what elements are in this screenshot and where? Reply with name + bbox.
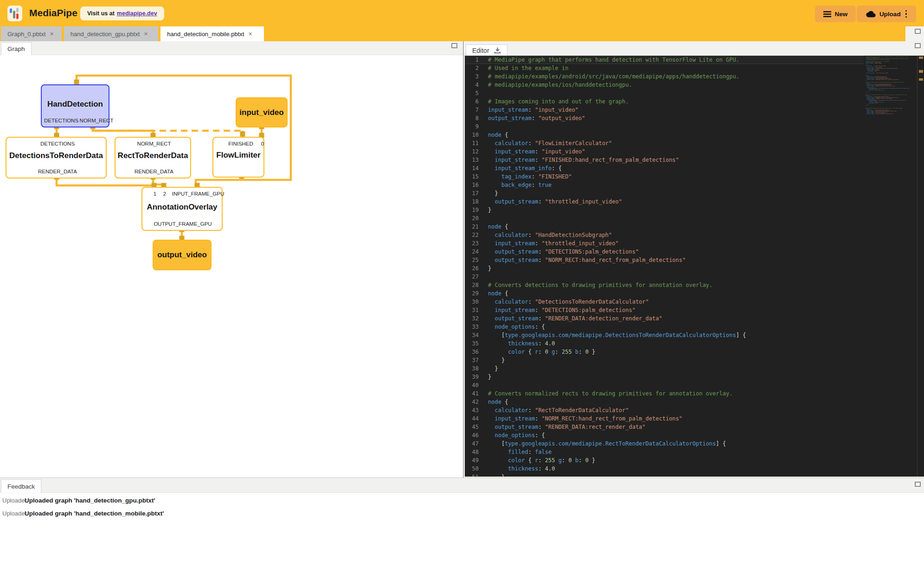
node-input-port: DETECTIONS [40, 141, 75, 146]
code-line-4: 4# mediapipie/examples/ios/handdetection… [465, 81, 864, 89]
tab-feedback[interactable]: Feedback [1, 479, 41, 493]
close-tab-icon[interactable]: × [144, 31, 148, 37]
feedback-source: Uploader [2, 497, 25, 504]
edge-connector [240, 132, 245, 137]
code-line-49: 49 color { r: 255 g: 0 b: 0 } [465, 456, 864, 465]
line-number: 2 [465, 64, 479, 72]
restore-layout-icon[interactable] [915, 29, 921, 34]
line-number: 14 [465, 164, 479, 172]
visit-pill: Visit us at mediapipe.dev [80, 6, 164, 20]
code-line-37: 37 } [465, 356, 864, 364]
document-tab-hand_detection_mobile.pbtxt[interactable]: hand_detection_mobile.pbtxt× [160, 26, 264, 41]
new-button[interactable]: New [815, 6, 856, 22]
editor-overview-ruler [918, 56, 924, 477]
line-number: 43 [465, 406, 479, 414]
mediapipe-dev-link[interactable]: mediapipe.dev [117, 10, 157, 17]
close-tab-icon[interactable]: × [248, 31, 252, 37]
line-number: 33 [465, 323, 479, 331]
feedback-row: UploaderUploaded graph 'hand_detection_g… [0, 494, 924, 507]
line-number: 10 [465, 131, 479, 139]
code-line-14: 14 input_stream_info: { [465, 164, 864, 172]
line-number: 44 [465, 414, 479, 423]
code-line-41: 41# Converts normalized rects to drawing… [465, 389, 864, 398]
code-line-12: 12 input_stream: "input_video" [465, 147, 864, 156]
code-line-23: 23 input_stream: "throttled_input_video" [465, 239, 864, 248]
node-title: FlowLimiter [213, 151, 263, 160]
code-line-1: 1# MediaPipe graph that performs hand de… [465, 56, 864, 64]
node-title: RectToRenderData [116, 151, 190, 160]
overview-ruler-mark [919, 78, 923, 81]
line-number: 13 [465, 156, 479, 164]
line-number: 11 [465, 139, 479, 147]
close-tab-icon[interactable]: × [50, 31, 53, 37]
line-number: 3 [465, 72, 479, 81]
line-number: 39 [465, 373, 479, 381]
expand-feedback-panel-icon[interactable] [915, 482, 921, 487]
feedback-log: UploaderUploaded graph 'hand_detection_g… [0, 494, 924, 520]
line-number: 18 [465, 197, 479, 206]
code-line-44: 44 input_stream: "NORM_RECT:hand_rect_fr… [465, 414, 864, 423]
feedback-panel: Feedback UploaderUploaded graph 'hand_de… [0, 478, 924, 573]
expand-graph-panel-icon[interactable] [451, 43, 457, 48]
line-number: 16 [465, 181, 479, 189]
line-number: 23 [465, 239, 479, 248]
code-line-18: 18 output_stream: "throttled_input_video… [465, 197, 864, 206]
code-line-20: 20 [465, 214, 864, 223]
editor-panel-header: Editor [465, 41, 924, 56]
upload-more-options-icon[interactable] [905, 9, 907, 19]
line-number: 15 [465, 172, 479, 181]
mediapipe-visualizer-app: MediaPipe Visit us at mediapipe.dev New … [0, 0, 924, 573]
tab-graph[interactable]: Graph [1, 42, 32, 55]
code-editor[interactable]: 1# MediaPipe graph that performs hand de… [465, 56, 924, 477]
tab-editor[interactable]: Editor [466, 45, 507, 56]
graph-panel-header: Graph [0, 41, 463, 55]
graph-node-AnnotationOverlay[interactable]: AnnotationOverlay12INPUT_FRAME_GPUOUTPUT… [141, 187, 223, 231]
node-output-port: DETECTIONS [44, 118, 78, 123]
line-number: 28 [465, 281, 479, 289]
code-line-13: 13 input_stream: "FINISHED:hand_rect_fro… [465, 156, 864, 164]
document-tab-Graph_0.pbtxt[interactable]: Graph_0.pbtxt× [1, 26, 62, 41]
tabstrip-corner [905, 26, 924, 41]
line-number: 50 [465, 465, 479, 473]
graph-canvas[interactable]: HandDetectionDETECTIONSNORM_RECTinput_vi… [0, 55, 463, 478]
expand-editor-panel-icon[interactable] [915, 43, 921, 48]
graph-node-output_video[interactable]: output_video [153, 240, 212, 270]
code-line-50: 50 thickness: 4.0 [465, 465, 864, 473]
code-line-29: 29node { [465, 289, 864, 298]
line-number: 31 [465, 306, 479, 314]
mediapipe-logo-icon [7, 6, 22, 21]
graph-node-HandDetection[interactable]: HandDetectionDETECTIONSNORM_RECT [41, 84, 109, 127]
document-tab-hand_detection_gpu.pbtxt[interactable]: hand_detection_gpu.pbtxt× [64, 26, 158, 41]
code-line-35: 35 thickness: 4.0 [465, 339, 864, 348]
editor-minimap[interactable]: # MediaPipe graph that performs hand det… [864, 56, 918, 477]
document-tab-label: hand_detection_gpu.pbtxt [71, 31, 140, 38]
node-input-port: INPUT_FRAME_GPU [172, 191, 224, 197]
graph-edge [93, 127, 153, 137]
line-number: 24 [465, 248, 479, 256]
graph-node-RectToRenderData[interactable]: RectToRenderDataNORM_RECTRENDER_DATA [115, 137, 191, 178]
code-line-2: 2# Used in the example in [465, 64, 864, 72]
feedback-source: Uploader [2, 510, 25, 517]
line-number: 41 [465, 389, 479, 398]
download-icon[interactable] [494, 47, 501, 54]
line-number: 46 [465, 431, 479, 439]
line-number: 22 [465, 231, 479, 239]
graph-node-DetectionsToRenderData[interactable]: DetectionsToRenderDataDETECTIONSRENDER_D… [6, 137, 107, 178]
code-line-6: 6# Images coming into and out of the gra… [465, 97, 864, 106]
new-button-label: New [835, 11, 848, 18]
code-line-25: 25 output_stream: "NORM_RECT:hand_rect_f… [465, 256, 864, 264]
graph-node-FlowLimiter[interactable]: FlowLimiterFINISHED0 [212, 137, 264, 178]
graph-panel: Graph HandDetectionDETECTIONSNORM_RECTin… [0, 41, 464, 478]
code-line-51: 51 } [465, 473, 864, 477]
line-number: 4 [465, 81, 479, 89]
code-line-40: 40 [465, 381, 864, 389]
code-line-16: 16 back_edge: true [465, 181, 864, 189]
upload-button[interactable]: Upload [857, 6, 916, 22]
line-number: 17 [465, 189, 479, 197]
graph-node-input_video[interactable]: input_video [236, 97, 288, 127]
line-number: 9 [465, 122, 479, 131]
edge-connector [74, 80, 79, 85]
code-line-7: 7input_stream: "input_video" [465, 106, 864, 114]
upload-button-label: Upload [879, 11, 901, 18]
code-line-22: 22 calculator: "HandDetectionSubgraph" [465, 231, 864, 239]
